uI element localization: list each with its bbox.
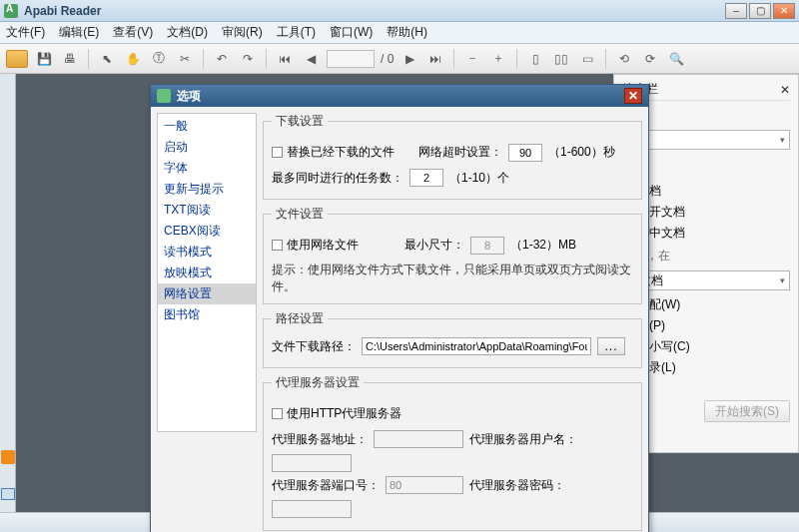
proxy-legend: 代理服务器设置 [272,374,364,391]
snapshot-icon[interactable]: ✂ [175,49,195,69]
rss-icon[interactable] [1,450,15,464]
menu-document[interactable]: 文档(D) [167,24,208,41]
proxy-port-input [386,476,463,494]
single-page-icon[interactable]: ▯ [525,49,545,69]
cat-reading[interactable]: 读书模式 [158,242,256,263]
cat-presentation[interactable]: 放映模式 [158,263,256,283]
zoom-out-icon[interactable]: － [462,49,482,69]
search-panel-close-icon[interactable]: ✕ [780,83,790,97]
file-legend: 文件设置 [272,206,328,223]
prev-page-icon[interactable]: ◀ [301,49,321,69]
timeout-input[interactable] [508,144,542,162]
hand-icon[interactable]: ✋ [123,49,143,69]
path-legend: 路径设置 [272,310,328,327]
separator [266,49,267,69]
path-group: 路径设置 文件下载路径： ... [263,310,642,368]
path-label: 文件下载路径： [272,338,356,355]
menu-window[interactable]: 窗口(W) [330,24,373,41]
menu-tools[interactable]: 工具(T) [277,24,316,41]
file-hint: 提示：使用网络文件方式下载文件，只能采用单页或双页方式阅读文件。 [272,262,633,295]
cat-network[interactable]: 网络设置 [158,283,256,304]
cat-general[interactable]: 一般 [158,116,256,137]
window-icon[interactable] [1,488,15,500]
open-file-icon[interactable] [6,50,28,68]
cat-txt[interactable]: TXT阅读 [158,200,256,221]
separator [453,49,454,69]
search-icon[interactable]: 🔍 [666,49,686,69]
proxy-port-label: 代理服务器端口号： [272,477,380,494]
concurrent-label: 最多同时进行的任务数： [272,170,403,187]
minsize-input [470,237,504,255]
next-page-icon[interactable]: ▶ [400,49,419,69]
last-page-icon[interactable]: ⏭ [425,49,445,69]
undo-icon[interactable]: ↶ [212,49,232,69]
save-icon[interactable]: 💾 [34,49,54,69]
use-http-proxy-checkbox[interactable]: 使用HTTP代理服务器 [272,405,401,422]
book-mode-icon[interactable]: ▭ [577,49,597,69]
proxy-addr-label: 代理服务器地址： [272,431,368,448]
dialog-icon [157,89,171,103]
cat-library[interactable]: 图书馆 [158,304,256,325]
menu-view[interactable]: 查看(V) [113,24,153,41]
pointer-icon[interactable]: ⬉ [97,49,117,69]
titlebar: Apabi Reader – ▢ ✕ [0,0,799,22]
proxy-group: 代理服务器设置 使用HTTP代理服务器 代理服务器地址： 代理服务器用户名： 代… [263,374,642,531]
toolbar: 💾 🖶 ⬉ ✋ Ⓣ ✂ ↶ ↷ ⏮ ◀ / 0 ▶ ⏭ － ＋ ▯ ▯▯ ▭ ⟲… [0,44,799,74]
menubar: 文件(F) 编辑(E) 查看(V) 文档(D) 审阅(R) 工具(T) 窗口(W… [0,22,799,44]
minsize-label: 最小尺寸： [404,237,464,254]
close-button[interactable]: ✕ [773,3,795,19]
left-gutter [0,74,16,512]
separator [88,49,89,69]
proxy-pass-input [272,500,352,518]
menu-review[interactable]: 审阅(R) [222,24,263,41]
cat-startup[interactable]: 启动 [158,137,256,158]
cat-cebx[interactable]: CEBX阅读 [158,221,256,242]
print-icon[interactable]: 🖶 [60,49,80,69]
download-path-input[interactable] [362,337,591,355]
timeout-label: 网络超时设置： [418,144,502,161]
page-number-input[interactable] [327,50,375,68]
separator [516,49,517,69]
first-page-icon[interactable]: ⏮ [275,49,295,69]
app-icon [4,4,18,18]
two-page-icon[interactable]: ▯▯ [551,49,571,69]
cat-update[interactable]: 更新与提示 [158,179,256,200]
concurrent-range: （1-10）个 [449,170,509,187]
replace-downloaded-checkbox[interactable]: 替换已经下载的文件 [272,144,395,161]
concurrent-input[interactable] [409,169,443,187]
proxy-addr-input [374,430,463,448]
category-list: 一般 启动 字体 更新与提示 TXT阅读 CEBX阅读 读书模式 放映模式 网络… [157,113,257,432]
rotate-left-icon[interactable]: ⟲ [614,49,634,69]
cat-font[interactable]: 字体 [158,158,256,179]
minimize-button[interactable]: – [725,3,747,19]
proxy-user-input [272,454,352,472]
form-area: 下载设置 替换已经下载的文件 网络超时设置： （1-600）秒 最多同时进行的任… [263,113,642,532]
file-group: 文件设置 使用网络文件 最小尺寸： （1-32）MB 提示：使用网络文件方式下载… [263,206,642,304]
window-title: Apabi Reader [24,4,101,18]
options-dialog: 选项 ✕ 一般 启动 字体 更新与提示 TXT阅读 CEBX阅读 读书模式 放映… [150,84,649,532]
browse-button[interactable]: ... [597,337,625,355]
separator [203,49,204,69]
redo-icon[interactable]: ↷ [238,49,258,69]
menu-file[interactable]: 文件(F) [6,24,45,41]
zoom-in-icon[interactable]: ＋ [488,49,508,69]
page-total-label: / 0 [381,52,394,66]
dialog-titlebar: 选项 ✕ [151,85,648,107]
rotate-right-icon[interactable]: ⟳ [640,49,660,69]
text-select-icon[interactable]: Ⓣ [149,49,169,69]
timeout-range: （1-600）秒 [548,144,615,161]
use-network-file-checkbox[interactable]: 使用网络文件 [272,237,359,254]
menu-help[interactable]: 帮助(H) [387,24,427,41]
dialog-title: 选项 [177,88,201,105]
proxy-user-label: 代理服务器用户名： [469,431,577,448]
maximize-button[interactable]: ▢ [749,3,771,19]
start-search-button[interactable]: 开始搜索(S) [704,400,790,422]
proxy-pass-label: 代理服务器密码： [469,477,565,494]
menu-edit[interactable]: 编辑(E) [59,24,99,41]
download-group: 下载设置 替换已经下载的文件 网络超时设置： （1-600）秒 最多同时进行的任… [263,113,642,200]
separator [605,49,606,69]
minsize-range: （1-32）MB [510,237,576,254]
dialog-close-button[interactable]: ✕ [624,88,642,104]
download-legend: 下载设置 [272,113,328,130]
